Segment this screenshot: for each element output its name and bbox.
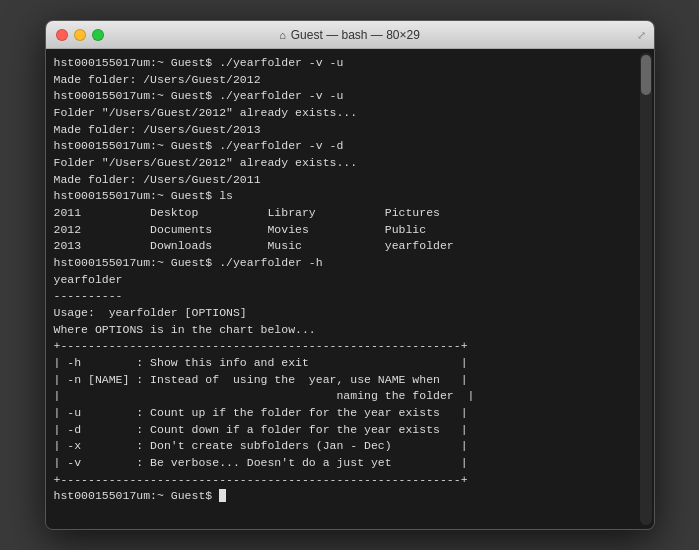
terminal-line: hst000155017um:~ Guest$ ./yearfolder -v … [54, 88, 630, 105]
terminal-line: | -n [NAME] : Instead of using the year,… [54, 372, 630, 389]
terminal-line: hst000155017um:~ Guest$ [54, 488, 630, 505]
terminal-line: hst000155017um:~ Guest$ ./yearfolder -v … [54, 138, 630, 155]
terminal-window: ⌂ Guest — bash — 80×29 ⤢ hst000155017um:… [45, 20, 655, 530]
maximize-button[interactable] [92, 29, 104, 41]
title-label: Guest — bash — 80×29 [291, 28, 420, 42]
terminal-line: ---------- [54, 288, 630, 305]
terminal-line: Folder "/Users/Guest/2012" already exist… [54, 105, 630, 122]
terminal-content: hst000155017um:~ Guest$ ./yearfolder -v … [54, 55, 630, 505]
terminal-line: 2012 Documents Movies Public [54, 222, 630, 239]
terminal-line: +---------------------------------------… [54, 338, 630, 355]
close-button[interactable] [56, 29, 68, 41]
terminal-line: 2013 Downloads Music yearfolder [54, 238, 630, 255]
titlebar: ⌂ Guest — bash — 80×29 ⤢ [46, 21, 654, 49]
terminal-line: hst000155017um:~ Guest$ ./yearfolder -v … [54, 55, 630, 72]
terminal-line: | naming the folder | [54, 388, 630, 405]
terminal-line: yearfolder [54, 272, 630, 289]
terminal-line: hst000155017um:~ Guest$ ./yearfolder -h [54, 255, 630, 272]
terminal-line: | -x : Don't create subfolders (Jan - De… [54, 438, 630, 455]
terminal-line: | -h : Show this info and exit | [54, 355, 630, 372]
terminal-line: 2011 Desktop Library Pictures [54, 205, 630, 222]
terminal-line: Where OPTIONS is in the chart below... [54, 322, 630, 339]
terminal-line: +---------------------------------------… [54, 472, 630, 489]
scrollbar-thumb[interactable] [641, 55, 651, 95]
terminal-line: Made folder: /Users/Guest/2011 [54, 172, 630, 189]
cursor [219, 489, 226, 502]
minimize-button[interactable] [74, 29, 86, 41]
terminal-body[interactable]: hst000155017um:~ Guest$ ./yearfolder -v … [46, 49, 654, 529]
terminal-line: | -v : Be verbose... Doesn't do a just y… [54, 455, 630, 472]
resize-icon[interactable]: ⤢ [637, 28, 646, 41]
terminal-line: Made folder: /Users/Guest/2013 [54, 122, 630, 139]
terminal-line: Folder "/Users/Guest/2012" already exist… [54, 155, 630, 172]
scrollbar[interactable] [640, 53, 652, 525]
traffic-lights [56, 29, 104, 41]
terminal-line: | -d : Count down if a folder for the ye… [54, 422, 630, 439]
terminal-line: hst000155017um:~ Guest$ ls [54, 188, 630, 205]
window-title: ⌂ Guest — bash — 80×29 [279, 28, 420, 42]
terminal-line: Made folder: /Users/Guest/2012 [54, 72, 630, 89]
home-icon: ⌂ [279, 29, 286, 41]
terminal-line: | -u : Count up if the folder for the ye… [54, 405, 630, 422]
terminal-line: Usage: yearfolder [OPTIONS] [54, 305, 630, 322]
